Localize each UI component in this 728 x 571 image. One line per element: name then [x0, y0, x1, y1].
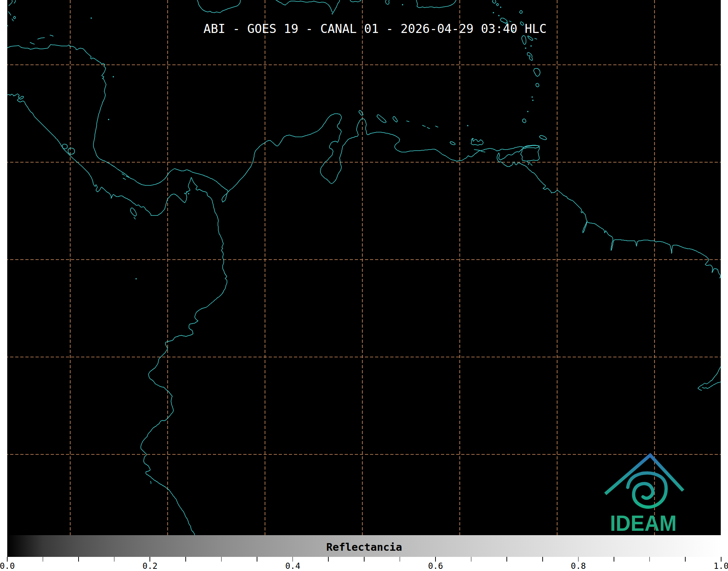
- map-title: ABI - GOES 19 - CANAL 01 - 2026-04-29 03…: [203, 22, 544, 36]
- colorbar-tick-label: 0.6: [421, 561, 450, 571]
- coastline-path: [450, 142, 455, 145]
- coastline-path: [422, 125, 425, 126]
- coastline-path: [62, 144, 67, 149]
- coastline-path: [13, 16, 16, 19]
- coastline-path: [377, 115, 386, 123]
- colorbar-tick: [400, 557, 400, 562]
- satellite-image-page: { "title": "ABI - GOES 19 - CANAL 01 - 2…: [0, 0, 728, 571]
- island-dot: [135, 278, 137, 280]
- island-dot: [467, 125, 468, 126]
- island-dot: [527, 111, 529, 112]
- colorbar-tick-label: 0.8: [564, 561, 593, 571]
- logo-text: IDEAM: [610, 511, 677, 536]
- coastline-path: [0, 93, 227, 535]
- island-dot: [113, 76, 114, 77]
- colorbar-tick-label: 0.0: [0, 561, 22, 571]
- island-dot: [332, 13, 333, 14]
- coastline-path: [492, 0, 496, 3]
- island-dot: [108, 119, 109, 120]
- island-dot: [530, 45, 532, 47]
- coastline-path: [496, 4, 498, 6]
- coastline-path: [386, 0, 389, 4]
- colorbar-tick: [43, 557, 43, 562]
- island-dot: [402, 4, 403, 5]
- coastline-path: [474, 150, 480, 150]
- coastline-path: [8, 12, 11, 15]
- island-dot: [532, 100, 534, 101]
- coastline-path: [0, 45, 721, 278]
- coastline-path: [535, 38, 537, 39]
- island-dot: [186, 191, 188, 193]
- coastline-path: [698, 388, 702, 390]
- coastline-path: [530, 164, 532, 165]
- colorbar-tick: [185, 557, 186, 562]
- coastline-path: [38, 38, 45, 39]
- colorbar-tick-label: 0.2: [135, 561, 164, 571]
- colorbar-tick: [542, 557, 543, 562]
- coastline-path: [534, 68, 540, 76]
- coastline-path: [151, 481, 151, 484]
- coastline-path: [123, 178, 126, 180]
- map-vector-layer: IDEAM: [0, 0, 728, 571]
- ideam-logo: IDEAM: [605, 455, 683, 536]
- coastline-path: [521, 147, 524, 160]
- coastline-layer: [0, 0, 721, 535]
- coastline-path: [30, 42, 34, 44]
- island-dot: [525, 47, 526, 49]
- logo-hurricane-spiral-icon: [628, 473, 666, 507]
- island-dot: [184, 193, 186, 194]
- colorbar-tick: [506, 557, 507, 562]
- island-dot: [500, 7, 501, 8]
- coastline-path: [536, 83, 539, 87]
- coastline-path: [435, 126, 438, 127]
- colorbar-tick: [685, 557, 686, 562]
- coastline-path: [7, 25, 8, 26]
- coastline-path: [527, 53, 533, 60]
- colorbar-tick: [78, 557, 79, 562]
- coastline-path: [519, 11, 522, 13]
- island-dot: [531, 96, 533, 98]
- island-dot: [493, 12, 494, 13]
- coastline-path: [122, 174, 125, 175]
- colorbar-label: Reflectancia: [256, 541, 473, 553]
- coastline-path: [698, 366, 721, 388]
- coastline-path: [522, 119, 526, 123]
- coastline-path: [350, 0, 361, 2]
- coastline-path: [416, 0, 456, 8]
- coastline-path: [9, 0, 12, 6]
- coastline-path: [130, 208, 136, 216]
- coastline-path: [481, 151, 485, 152]
- coastline-path: [393, 117, 397, 122]
- coastline-path: [528, 36, 533, 41]
- colorbar-tick: [257, 557, 257, 562]
- coastline-path: [471, 138, 483, 145]
- coastline-path: [427, 127, 430, 129]
- colorbar-tick: [614, 557, 614, 562]
- coastline-path: [68, 148, 75, 154]
- island-dot: [91, 17, 92, 19]
- coastline-path: [539, 135, 547, 140]
- colorbar-tick: [471, 557, 472, 562]
- colorbar-tick: [328, 557, 329, 562]
- colorbar-tick: [364, 557, 365, 562]
- coastline-path: [50, 35, 53, 36]
- colorbar-tick: [221, 557, 222, 562]
- coastline-path: [522, 35, 526, 45]
- coastline-path: [197, 0, 240, 13]
- coastline-path: [134, 217, 135, 219]
- colorbar-tick: [649, 557, 650, 562]
- latlon-grid: [0, 0, 721, 535]
- coastline-path: [276, 0, 340, 13]
- coastline-path: [12, 19, 13, 21]
- island-dot: [188, 193, 189, 194]
- island-dot: [498, 15, 500, 16]
- coastline-path: [14, 0, 16, 3]
- colorbar-tick-label: 0.4: [278, 561, 307, 571]
- coastline-path: [407, 121, 409, 122]
- colorbar-tick: [114, 557, 115, 562]
- colorbar-tick-label: 1.0: [707, 561, 728, 571]
